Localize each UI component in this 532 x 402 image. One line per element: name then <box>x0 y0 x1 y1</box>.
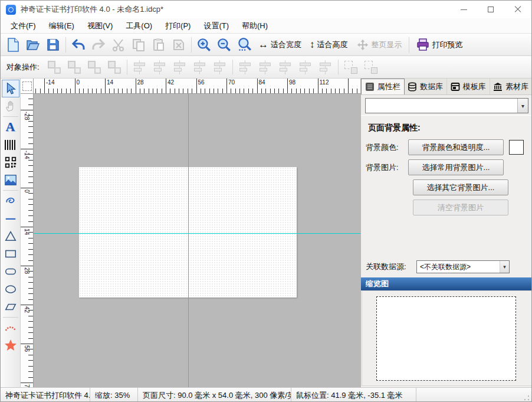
zoom-actual-size-button[interactable] <box>235 35 254 54</box>
align-bottom-icon <box>238 60 253 75</box>
ruler-tick <box>28 221 33 222</box>
tool-triangle[interactable] <box>2 227 19 245</box>
ruler-tick <box>88 89 88 93</box>
tool-ellipse[interactable] <box>2 280 19 298</box>
combo-dropdown-button[interactable]: ▾ <box>517 99 528 113</box>
datasource-dropdown-button[interactable]: ▾ <box>500 261 509 273</box>
select-common-bg-button[interactable]: 选择常用背景图片... <box>408 159 504 175</box>
ruler-tick <box>28 171 33 172</box>
maximize-button[interactable] <box>477 1 504 18</box>
ruler-tick <box>28 210 33 211</box>
save-button[interactable] <box>44 35 63 54</box>
ruler-tick <box>28 160 33 161</box>
menu-help[interactable]: 帮助(H) <box>235 18 274 33</box>
design-canvas[interactable] <box>34 94 360 387</box>
menu-view[interactable]: 视图(V) <box>81 18 119 33</box>
tab-materials[interactable]: 素材库 <box>490 79 532 94</box>
ruler-tick <box>28 293 33 294</box>
tool-text[interactable]: A <box>2 118 19 136</box>
ruler-horizontal: -14014284256708498112 <box>34 79 360 94</box>
tool-qrcode[interactable] <box>2 153 19 171</box>
ruler-tick <box>131 89 132 93</box>
menu-settings[interactable]: 设置(T) <box>197 18 235 33</box>
tool-rounded-rectangle[interactable] <box>2 263 19 280</box>
ruler-tick <box>278 89 279 93</box>
image-icon <box>4 174 17 187</box>
text-tool-icon: A <box>6 120 15 133</box>
ruler-tick <box>274 89 275 93</box>
bg-color-button[interactable]: 背景颜色和透明度... <box>408 139 504 155</box>
menu-file[interactable]: 文件(F) <box>4 18 42 33</box>
fit-height-button[interactable]: ↕ 适合高度 <box>306 35 352 54</box>
open-button[interactable] <box>24 35 42 54</box>
new-document-button[interactable] <box>4 35 22 54</box>
tool-rectangle[interactable] <box>2 245 19 263</box>
ruler-label: 56 <box>198 79 205 86</box>
ruler-tick <box>257 79 258 93</box>
bring-to-front-icon <box>47 60 62 75</box>
ruler-tick <box>28 288 33 289</box>
tab-templates[interactable]: 模板库 <box>447 79 490 94</box>
fit-page-button: 整页显示 <box>353 35 406 54</box>
resize-grip-icon[interactable] <box>523 394 530 401</box>
toolstrip-divider <box>3 190 18 191</box>
datasource-row: 关联数据源: <不关联数据源> ▾ <box>361 260 532 273</box>
ruler-tick <box>28 99 33 99</box>
ruler-tick <box>28 299 33 300</box>
ruler-tick <box>44 79 45 93</box>
window-controls <box>450 1 531 18</box>
zoom-out-button[interactable] <box>215 35 234 54</box>
right-panel: 属性栏 数据库 模板库 素材库 ▾ 页 <box>360 79 532 387</box>
ruler-tick <box>226 79 227 93</box>
ruler-tick <box>109 89 110 93</box>
ruler-tick <box>35 89 36 93</box>
fit-width-icon: ↔ <box>258 40 268 50</box>
tool-barcode[interactable] <box>2 136 19 153</box>
ruler-tick <box>28 355 33 355</box>
ruler-tick <box>28 132 33 133</box>
menu-edit[interactable]: 编辑(E) <box>42 18 81 33</box>
menu-tools[interactable]: 工具(O) <box>119 18 159 33</box>
tool-image[interactable] <box>2 171 19 189</box>
ruler-label: 42 <box>168 79 174 86</box>
send-to-back-icon <box>67 60 82 75</box>
zoom-in-button[interactable] <box>195 35 214 54</box>
print-preview-button[interactable]: 打印预览 <box>412 35 467 54</box>
ruler-tick <box>344 89 344 93</box>
ruler-tick <box>166 79 166 93</box>
close-button[interactable] <box>504 1 531 18</box>
undo-button[interactable] <box>69 35 88 54</box>
ruler-tick <box>248 89 249 93</box>
fit-width-button[interactable]: ↔ 适合宽度 <box>255 35 305 54</box>
ruler-tick <box>304 89 305 93</box>
ruler-tick <box>214 89 214 93</box>
zoom-actual-size-icon <box>237 37 252 53</box>
ruler-tick <box>188 89 188 93</box>
toolbar-separator <box>65 37 66 53</box>
tool-strip: A <box>1 79 21 387</box>
horizontal-guide-line <box>34 233 360 234</box>
object-selector-combo[interactable]: ▾ <box>365 98 528 113</box>
tool-star[interactable] <box>2 336 19 354</box>
select-other-bg-button[interactable]: 选择其它背景图片... <box>413 179 508 195</box>
toolbar-separator <box>191 37 192 53</box>
ruler-label: 14 <box>107 79 113 86</box>
ruler-tick <box>28 282 33 283</box>
tab-database[interactable]: 数据库 <box>405 79 448 94</box>
material-library-icon <box>493 82 503 91</box>
tool-curve[interactable] <box>2 192 19 210</box>
minimize-button[interactable] <box>450 1 477 18</box>
ruler-tick <box>28 321 33 322</box>
equal-width-icon <box>258 60 273 75</box>
ruler-corner <box>21 79 34 94</box>
datasource-combo[interactable]: <不关联数据源> ▾ <box>416 260 510 273</box>
tool-arc-text[interactable] <box>2 319 19 336</box>
section-heading: 页面背景属性: <box>368 123 532 133</box>
tool-parallelogram[interactable] <box>2 298 19 316</box>
ruler-tick <box>28 243 33 244</box>
ruler-tick <box>28 316 33 316</box>
menu-print[interactable]: 打印(P) <box>159 18 197 33</box>
tab-properties[interactable]: 属性栏 <box>361 79 405 94</box>
tool-select[interactable] <box>2 80 19 97</box>
tool-line[interactable] <box>2 210 19 227</box>
